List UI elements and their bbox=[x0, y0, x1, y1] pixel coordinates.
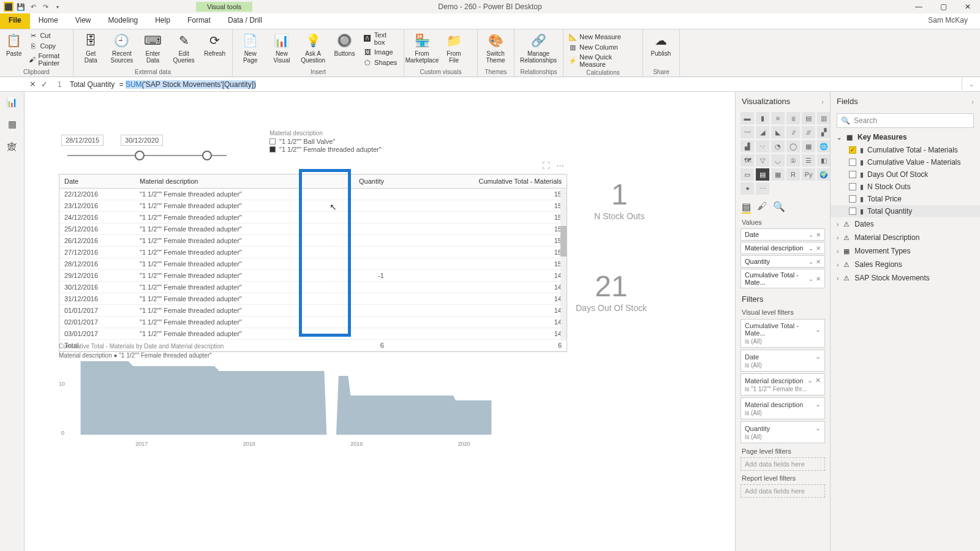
viz-waterfall-icon[interactable]: ▟ bbox=[741, 140, 754, 152]
filter-card[interactable]: Date⌄is (All) bbox=[741, 350, 825, 372]
focus-mode-icon[interactable]: ⛶ bbox=[542, 161, 550, 170]
tab-help[interactable]: Help bbox=[146, 13, 179, 29]
format-tab-icon[interactable]: 🖌 bbox=[757, 201, 767, 214]
new-quick-measure-button[interactable]: ⚡New Quick Measure bbox=[566, 53, 640, 69]
remove-field-icon[interactable]: ✕ bbox=[816, 245, 821, 252]
viz-line-column-icon[interactable]: ⫽ bbox=[786, 126, 800, 138]
viz-treemap-icon[interactable]: ▦ bbox=[802, 140, 815, 152]
viz-clustered-bar-icon[interactable]: ≡ bbox=[771, 112, 785, 124]
table-row[interactable]: 26/12/2016"1 1/2"" Female threaded adupt… bbox=[59, 235, 567, 247]
tab-modeling[interactable]: Modeling bbox=[99, 13, 146, 29]
maximize-icon[interactable]: ▢ bbox=[931, 0, 956, 13]
tab-view[interactable]: View bbox=[67, 13, 100, 29]
switch-theme-button[interactable]: 🎨Switch Theme bbox=[480, 31, 511, 65]
signed-in-user[interactable]: Sam McKay bbox=[928, 16, 968, 24]
filter-card[interactable]: Material description⌄is (All) bbox=[741, 397, 825, 419]
new-column-button[interactable]: ▥New Column bbox=[566, 42, 640, 52]
table-row[interactable]: 28/12/2016"1 1/2"" Female threaded adupt… bbox=[59, 258, 567, 270]
model-view-icon[interactable]: 🕸 bbox=[6, 140, 19, 153]
table-row[interactable]: 27/12/2016"1 1/2"" Female threaded adupt… bbox=[59, 247, 567, 258]
clear-filter-icon[interactable]: ⌄ bbox=[807, 377, 813, 384]
viz-pie-icon[interactable]: ◔ bbox=[771, 140, 785, 152]
minimize-icon[interactable]: — bbox=[907, 0, 931, 13]
enter-data-button[interactable]: ⌨Enter Data bbox=[138, 31, 168, 65]
chevron-down-icon[interactable]: ⌄ bbox=[809, 231, 813, 238]
format-painter-button[interactable]: 🖌Format Painter bbox=[26, 51, 70, 67]
viz-slicer-icon[interactable]: ▭ bbox=[741, 168, 754, 181]
table-row[interactable]: 01/01/2017"1 1/2"" Female threaded adupt… bbox=[59, 305, 567, 317]
chevron-down-icon[interactable]: ⌄ bbox=[809, 245, 813, 252]
table-scrollbar[interactable] bbox=[560, 189, 567, 340]
remove-field-icon[interactable]: ✕ bbox=[816, 258, 821, 265]
data-view-icon[interactable]: ▦ bbox=[6, 118, 19, 131]
from-marketplace-button[interactable]: 🏪From Marketplace bbox=[407, 31, 437, 65]
field-table-header[interactable]: ›⚠Dates bbox=[831, 217, 980, 231]
undo-icon[interactable]: ↶ bbox=[28, 2, 38, 12]
cut-button[interactable]: ✂Cut bbox=[26, 31, 70, 40]
viz-card-icon[interactable]: ① bbox=[786, 154, 800, 167]
table-row[interactable]: 31/12/2016"1 1/2"" Female threaded adupt… bbox=[59, 293, 567, 305]
cancel-formula-icon[interactable]: ✕ bbox=[29, 80, 36, 89]
collapse-pane-icon[interactable]: › bbox=[821, 98, 824, 105]
fields-search-input[interactable]: 🔍 Search bbox=[837, 113, 974, 128]
filter-card[interactable]: Quantity⌄is (All) bbox=[741, 421, 825, 443]
checkbox-icon[interactable] bbox=[849, 195, 856, 203]
chevron-down-icon[interactable]: ⌄ bbox=[815, 400, 821, 408]
card-n-stock-outs[interactable]: 1 N Stock Outs bbox=[594, 178, 644, 221]
field-item[interactable]: ▮Total Price bbox=[831, 193, 980, 205]
field-well[interactable]: Cumulative Total - Mate...⌄✕ bbox=[741, 269, 825, 288]
new-visual-button[interactable]: 📊New Visual bbox=[266, 31, 296, 65]
table-row[interactable]: 03/01/2017"1 1/2"" Female threaded adupt… bbox=[59, 328, 567, 340]
more-options-icon[interactable]: ⋯ bbox=[556, 161, 564, 170]
remove-field-icon[interactable]: ✕ bbox=[816, 231, 821, 238]
field-table-header[interactable]: ⌄▦Key Measures bbox=[831, 130, 980, 144]
collapse-pane-icon[interactable]: › bbox=[971, 98, 974, 105]
qat-dropdown-icon[interactable]: ▾ bbox=[53, 2, 62, 12]
chevron-down-icon[interactable]: ⌄ bbox=[809, 276, 813, 282]
col-date[interactable]: Date bbox=[59, 174, 135, 189]
field-well[interactable]: Quantity⌄✕ bbox=[741, 255, 825, 268]
formula-input[interactable]: 1 Total Quantity = SUM('SAP Stock Moveme… bbox=[53, 79, 962, 90]
field-table-header[interactable]: ›⚠Sales Regions bbox=[831, 258, 980, 271]
col-cumulative[interactable]: Cumulative Total - Materials bbox=[389, 174, 567, 189]
formula-dropdown-icon[interactable]: ⌄ bbox=[962, 78, 980, 90]
checkbox-icon[interactable] bbox=[849, 159, 856, 166]
table-row[interactable]: 23/12/2016"1 1/2"" Female threaded adupt… bbox=[59, 200, 567, 212]
viz-table-icon[interactable]: ▤ bbox=[756, 168, 769, 181]
area-chart-visual[interactable]: Cumulative Total - Materials by Date and… bbox=[59, 343, 561, 452]
tab-data-drill[interactable]: Data / Drill bbox=[219, 13, 271, 29]
field-item[interactable]: ▮Cumulative Value - Materials bbox=[831, 156, 980, 168]
viz-line-icon[interactable]: 〰 bbox=[741, 126, 754, 138]
from-file-button[interactable]: 📁From File bbox=[439, 31, 469, 65]
field-item[interactable]: ▮Days Out Of Stock bbox=[831, 168, 980, 181]
date-slicer[interactable]: 28/12/2015 30/12/2020 bbox=[61, 135, 233, 162]
redo-icon[interactable]: ↷ bbox=[40, 2, 50, 12]
table-visual[interactable]: ⛶ ⋯ Date Material description Quantity C… bbox=[59, 174, 567, 352]
viz-stacked-area-icon[interactable]: ◣ bbox=[771, 126, 785, 138]
save-icon[interactable]: 💾 bbox=[16, 2, 26, 12]
field-item[interactable]: ▮Total Quantity bbox=[831, 205, 980, 217]
viz-matrix-icon[interactable]: ▦ bbox=[771, 168, 785, 181]
table-row[interactable]: 02/01/2017"1 1/2"" Female threaded adupt… bbox=[59, 317, 567, 328]
field-well[interactable]: Material description⌄✕ bbox=[741, 242, 825, 254]
tab-file[interactable]: File bbox=[0, 13, 30, 29]
viz-donut-icon[interactable]: ◯ bbox=[786, 140, 800, 152]
table-row[interactable]: 22/12/2016"1 1/2"" Female threaded adupt… bbox=[59, 189, 567, 200]
chevron-down-icon[interactable]: ⌄ bbox=[815, 424, 821, 432]
viz-import-icon[interactable]: ⋯ bbox=[756, 182, 769, 195]
filter-card[interactable]: Material description⌄✕is "1 1/2"" Female… bbox=[741, 373, 825, 395]
viz-r-icon[interactable]: R bbox=[786, 168, 800, 181]
viz-kpi-icon[interactable]: ◧ bbox=[817, 154, 831, 167]
analytics-tab-icon[interactable]: 🔍 bbox=[773, 201, 785, 214]
commit-formula-icon[interactable]: ✓ bbox=[41, 80, 48, 89]
viz-key-influencers-icon[interactable]: ✦ bbox=[741, 182, 754, 195]
table-row[interactable]: 30/12/2016"1 1/2"" Female threaded adupt… bbox=[59, 282, 567, 293]
chevron-down-icon[interactable]: ⌄ bbox=[809, 258, 813, 265]
col-quantity[interactable]: Quantity bbox=[328, 174, 389, 189]
table-row[interactable]: 24/12/2016"1 1/2"" Female threaded adupt… bbox=[59, 212, 567, 223]
fields-tab-icon[interactable]: ▤ bbox=[742, 201, 751, 214]
shapes-button[interactable]: ⬠Shapes bbox=[361, 58, 401, 67]
field-item[interactable]: ✓▮Cumulative Total - Materials bbox=[831, 144, 980, 156]
checkbox-icon[interactable]: ✓ bbox=[849, 146, 856, 154]
viz-ribbon-icon[interactable]: ▞ bbox=[817, 126, 831, 138]
